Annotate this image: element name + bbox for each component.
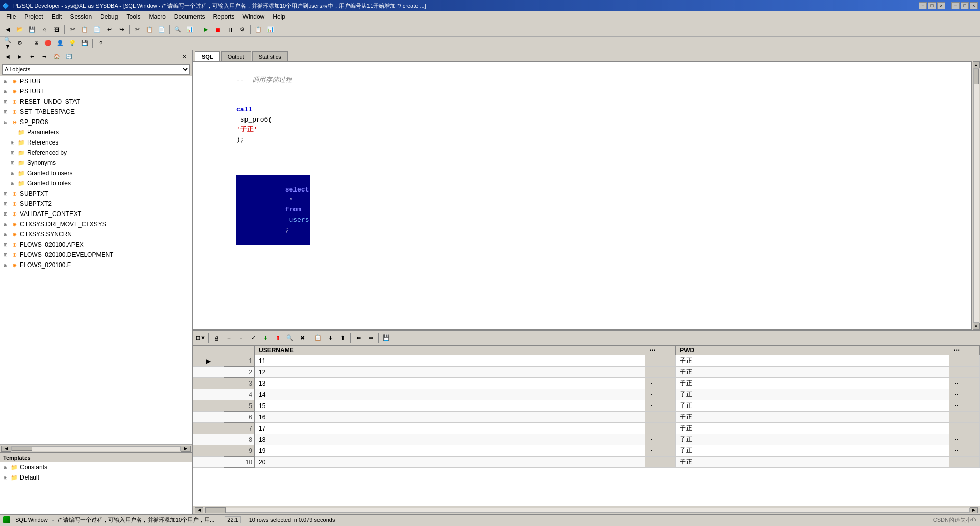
cell-pwd[interactable]: 子正 <box>676 445 949 457</box>
tb2-search[interactable]: 🔍▼ <box>2 38 13 49</box>
tree-item-referenced-by[interactable]: ⊞ 📁 Referenced by <box>0 148 192 158</box>
toggle-subptxt[interactable]: ⊞ <box>2 190 9 197</box>
toggle-flows-f[interactable]: ⊞ <box>2 261 9 269</box>
tb-cut[interactable]: ✂ <box>67 24 78 35</box>
rt-down[interactable]: ⬇ <box>325 332 336 344</box>
toggle-validate-ctx[interactable]: ⊞ <box>2 210 9 218</box>
menu-session[interactable]: Session <box>66 12 96 21</box>
tb-redo[interactable]: ↪ <box>116 24 127 35</box>
template-constants[interactable]: ⊞ 📁 Constants <box>0 462 192 472</box>
menu-documents[interactable]: Documents <box>170 12 209 21</box>
menu-edit[interactable]: Edit <box>47 12 66 21</box>
menu-window[interactable]: Window <box>239 12 269 21</box>
table-row[interactable]: 616⋯子正⋯ <box>193 412 980 423</box>
menu-file[interactable]: File <box>2 12 20 21</box>
cell-username[interactable]: 18 <box>255 434 645 445</box>
object-tree[interactable]: ⊞ ⊕ PSTUB ⊞ ⊕ PSTUBT ⊞ ⊕ RESET_UNDO_STAT… <box>0 76 192 444</box>
rt-cancel[interactable]: ⬆ <box>272 332 283 344</box>
tree-item-flows-f[interactable]: ⊞ ⊕ FLOWS_020100.F <box>0 260 192 270</box>
tb-pause[interactable]: ⏸ <box>225 24 236 35</box>
rt-search[interactable]: 🔍 <box>284 332 296 344</box>
rt-right[interactable]: ➡ <box>365 332 376 344</box>
cell-username[interactable]: 13 <box>255 378 645 389</box>
lt-nav-fwd[interactable]: ▶ <box>14 51 26 62</box>
sub-minimize-button[interactable]: − <box>951 2 960 9</box>
menu-help[interactable]: Help <box>268 12 289 21</box>
close-button[interactable]: × <box>937 2 945 9</box>
cell-pwd[interactable]: 子正 <box>676 378 949 389</box>
menu-tools[interactable]: Tools <box>122 12 144 21</box>
tree-item-synonyms[interactable]: ⊞ 📁 Synonyms <box>0 158 192 168</box>
table-row[interactable]: 515⋯子正⋯ <box>193 400 980 412</box>
tree-item-granted-roles[interactable]: ⊞ 📁 Granted to roles <box>0 178 192 188</box>
cell-username[interactable]: 17 <box>255 423 645 434</box>
toggle-pstubt[interactable]: ⊞ <box>2 88 9 95</box>
tb-step[interactable]: ⚙ <box>237 24 248 35</box>
cell-pwd[interactable]: 子正 <box>676 423 949 434</box>
tree-item-pstubt[interactable]: ⊞ ⊕ PSTUBT <box>0 86 192 97</box>
results-scroll-thumb[interactable] <box>205 507 226 513</box>
scroll-down-btn[interactable]: ▼ <box>973 323 980 330</box>
minimize-button[interactable]: − <box>919 2 927 9</box>
results-scroll-track[interactable] <box>226 508 970 513</box>
rt-copy-rows[interactable]: 📋 <box>312 332 324 344</box>
tree-item-parameters[interactable]: ⊞ 📁 Parameters <box>0 127 192 137</box>
menu-project[interactable]: Project <box>20 12 47 21</box>
menu-debug[interactable]: Debug <box>96 12 122 21</box>
tree-item-ctxsys-syncrn[interactable]: ⊞ ⊕ CTXSYS.SYNCRN <box>0 229 192 240</box>
table-row[interactable]: 919⋯子正⋯ <box>193 445 980 457</box>
tree-hscroll[interactable]: ◀ ▶ <box>0 444 192 452</box>
tree-item-references[interactable]: ⊞ 📁 References <box>0 137 192 148</box>
lt-nav-back[interactable]: ◀ <box>2 51 13 62</box>
cell-pwd[interactable]: 子正 <box>676 389 949 400</box>
tab-output[interactable]: Output <box>221 51 251 61</box>
cell-username[interactable]: 16 <box>255 412 645 423</box>
tb2-settings[interactable]: ⚙ <box>14 38 26 49</box>
toggle-flows-apex[interactable]: ⊞ <box>2 241 9 248</box>
tb2-save2[interactable]: 💾 <box>79 38 90 49</box>
toggle-pstub[interactable]: ⊞ <box>2 78 9 85</box>
lt-close[interactable]: ✕ <box>179 51 190 62</box>
tb2-connect[interactable]: 🖥 <box>30 38 41 49</box>
rt-clear[interactable]: ✖ <box>297 332 308 344</box>
tree-item-pstub[interactable]: ⊞ ⊕ PSTUB <box>0 76 192 86</box>
rt-print[interactable]: 🖨 <box>211 332 222 344</box>
tree-item-flows-dev[interactable]: ⊞ ⊕ FLOWS_020100.DEVELOPMENT <box>0 250 192 260</box>
cell-username[interactable]: 20 <box>255 457 645 468</box>
toggle-references[interactable]: ⊞ <box>9 139 16 146</box>
table-row[interactable]: 717⋯子正⋯ <box>193 423 980 434</box>
menu-reports[interactable]: Reports <box>209 12 239 21</box>
table-row[interactable]: 212⋯子正⋯ <box>193 367 980 378</box>
cell-username[interactable]: 15 <box>255 400 645 412</box>
tree-item-subptxt[interactable]: ⊞ ⊕ SUBPTXT <box>0 188 192 199</box>
cell-pwd[interactable]: 子正 <box>676 457 949 468</box>
tb-back[interactable]: ◀ <box>2 24 13 35</box>
tb-grid2[interactable]: 📊 <box>265 24 276 35</box>
tb-image[interactable]: 🖼 <box>51 24 62 35</box>
tree-item-ctxsys-dri[interactable]: ⊞ ⊕ CTXSYS.DRI_MOVE_CTXSYS <box>0 219 192 229</box>
cell-username[interactable]: 11 <box>255 355 645 367</box>
sub-close-button[interactable]: × <box>970 2 978 9</box>
tree-item-validate-ctx[interactable]: ⊞ ⊕ VALIDATE_CONTEXT <box>0 209 192 219</box>
lt-nav-right[interactable]: ➡ <box>39 51 50 62</box>
toggle-ctxsys-syncrn[interactable]: ⊞ <box>2 231 9 238</box>
menu-macro[interactable]: Macro <box>144 12 169 21</box>
toggle-constants[interactable]: ⊞ <box>2 464 9 471</box>
toggle-set-tablespace[interactable]: ⊞ <box>2 108 9 115</box>
tree-item-flows-apex[interactable]: ⊞ ⊕ FLOWS_020100.APEX <box>0 240 192 250</box>
lt-home[interactable]: 🏠 <box>51 51 62 62</box>
lt-refresh[interactable]: 🔄 <box>63 51 75 62</box>
rt-confirm[interactable]: ✓ <box>248 332 259 344</box>
lt-nav-left[interactable]: ⬅ <box>27 51 38 62</box>
tree-scroll-left[interactable]: ◀ <box>1 446 11 452</box>
toggle-subptxt2[interactable]: ⊞ <box>2 200 9 207</box>
toggle-synonyms[interactable]: ⊞ <box>9 159 16 166</box>
results-hscroll[interactable]: ◀ ▶ <box>193 506 980 514</box>
tb2-disconnect[interactable]: 🔴 <box>42 38 54 49</box>
editor-scrollbar[interactable]: ▲ ▼ <box>972 61 980 330</box>
toggle-granted-users[interactable]: ⊞ <box>9 170 16 177</box>
object-filter-select[interactable]: All objects Tables Views Procedures <box>2 64 190 75</box>
results-scroll-right[interactable]: ▶ <box>970 507 978 513</box>
toggle-sp-pro6[interactable]: ⊟ <box>2 118 9 126</box>
tree-item-sp-pro6[interactable]: ⊟ ⊖ SP_PRO6 <box>0 117 192 127</box>
